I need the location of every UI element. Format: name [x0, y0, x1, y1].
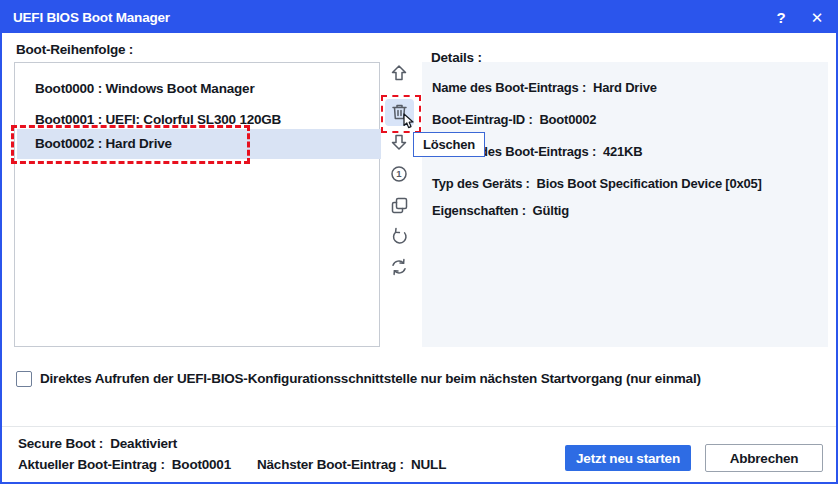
list-item-boot0002[interactable]: Boot0002 : Hard Drive [17, 129, 381, 159]
close-icon[interactable]: ✕ [806, 9, 828, 27]
cancel-button[interactable]: Abbrechen [705, 444, 823, 472]
titlebar: UEFI BIOS Boot Manager ? ✕ [2, 2, 836, 33]
move-down-button[interactable] [389, 132, 409, 152]
svg-text:1: 1 [396, 168, 402, 179]
detail-entry-id: Boot-Eintrag-ID : Boot0002 [432, 110, 596, 130]
boot-order-list[interactable]: Boot0000 : Windows Boot Manager Boot0001… [14, 62, 380, 347]
detail-device-type: Typ des Geräts : Bios Boot Specification… [432, 174, 762, 194]
copy-icon [391, 197, 408, 214]
refresh-button[interactable] [389, 257, 409, 277]
move-down-icon [390, 133, 408, 151]
list-item-boot0000[interactable]: Boot0000 : Windows Boot Manager [17, 74, 381, 104]
boot-to-firmware-label: Direktes Aufrufen der UEFI-BIOS-Konfigur… [32, 370, 701, 388]
boot-to-firmware-checkbox[interactable] [16, 371, 32, 387]
move-up-button[interactable] [389, 63, 409, 83]
help-icon[interactable]: ? [770, 9, 792, 26]
boot-once-button[interactable]: 1 [389, 164, 409, 184]
detail-properties: Eigenschaften : Gültig [432, 201, 569, 221]
delete-icon [391, 103, 408, 121]
current-boot-entry-status: Aktueller Boot-Eintrag : Boot0001 [18, 456, 231, 474]
move-up-icon [390, 64, 408, 82]
undo-button[interactable] [389, 226, 409, 246]
delete-tooltip: Löschen [413, 132, 485, 157]
detail-entry-size: des Boot-Eintrags : 421KB [480, 142, 642, 162]
boot-once-icon: 1 [390, 165, 408, 183]
window-title: UEFI BIOS Boot Manager [2, 10, 170, 25]
restart-now-button[interactable]: Jetzt neu starten [565, 445, 691, 471]
undo-icon [390, 227, 408, 245]
uefi-boot-manager-dialog: UEFI BIOS Boot Manager ? ✕ Boot-Reihenfo… [0, 0, 838, 484]
boot-order-label: Boot-Reihenfolge : [16, 42, 133, 57]
detail-entry-name: Name des Boot-Eintrags : Hard Drive [432, 78, 657, 98]
footer-divider [2, 426, 836, 427]
next-boot-entry-status: Nächster Boot-Eintrag : NULL [257, 456, 446, 474]
refresh-icon [390, 258, 408, 276]
secure-boot-status: Secure Boot : Deaktiviert [18, 435, 177, 453]
delete-button[interactable] [389, 102, 409, 122]
copy-button[interactable] [389, 195, 409, 215]
details-panel: Name des Boot-Eintrags : Hard Drive Boot… [422, 62, 828, 347]
